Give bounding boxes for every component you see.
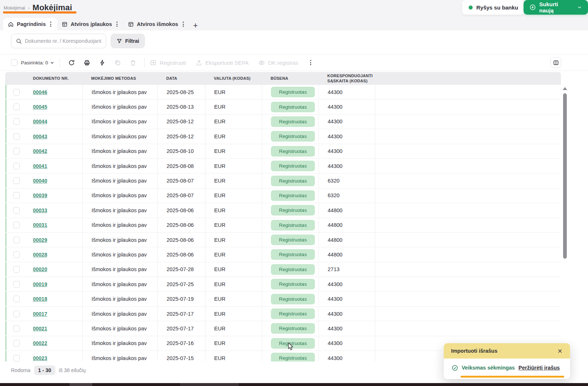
row-checkbox[interactable] [13, 207, 20, 214]
table-row: 00039Išmokos ir įplaukos pav2025-08-07EU… [5, 188, 561, 203]
row-checkbox[interactable] [13, 266, 20, 273]
cell-account: 44300 [319, 100, 375, 114]
cell-c4: EUR [205, 292, 262, 306]
copy-button [111, 56, 124, 69]
cell-c3: 2025-08-10 [157, 144, 205, 158]
document-link[interactable]: 00020 [33, 266, 47, 272]
tab-menu-icon[interactable] [181, 21, 185, 27]
cell-account: 44800 [319, 233, 375, 247]
divider [60, 58, 60, 67]
row-accent-stripe [5, 85, 7, 99]
refresh-button[interactable] [65, 56, 78, 69]
cell-c3: 2025-08-06 [157, 233, 205, 247]
document-link[interactable]: 00042 [33, 148, 47, 154]
row-checkbox[interactable] [13, 281, 20, 288]
document-link[interactable]: 00044 [33, 119, 47, 124]
view-records-link[interactable]: Peržiūrėti įrašus [518, 365, 560, 371]
row-accent-stripe [5, 129, 7, 143]
row-checkbox[interactable] [13, 89, 20, 95]
search-input[interactable] [25, 38, 101, 44]
column-header-date[interactable]: DATA [157, 76, 205, 81]
document-link[interactable]: 00041 [33, 163, 47, 169]
tab-atviros-iplaukos[interactable]: Atviros įplaukos [57, 18, 123, 30]
tab-pagrindinis[interactable]: Pagrindinis [3, 18, 57, 30]
row-checkbox[interactable] [13, 251, 20, 258]
row-checkbox[interactable] [13, 118, 20, 125]
row-checkbox[interactable] [13, 192, 20, 199]
document-link[interactable]: 00021 [33, 326, 47, 331]
cell-c3: 2025-07-15 [157, 351, 205, 361]
bulk-run-button[interactable] [96, 56, 108, 69]
filters-button[interactable]: Filtrai [111, 34, 145, 48]
toolbar-more-icon[interactable] [309, 59, 313, 66]
plus-circle-icon [529, 4, 536, 11]
layout-columns-button[interactable] [550, 57, 561, 68]
row-checkbox[interactable] [13, 163, 20, 169]
document-link[interactable]: 00023 [33, 355, 47, 361]
cell-c4: EUR [205, 351, 262, 361]
close-icon[interactable] [557, 348, 563, 354]
cell-c2: Išmokos ir įplaukos pav [82, 218, 157, 232]
tab-menu-icon[interactable] [49, 21, 53, 27]
cell-c2: Išmokos ir įplaukos pav [82, 351, 157, 361]
row-checkbox[interactable] [13, 355, 20, 361]
pagination-range[interactable]: 1 - 30 [34, 366, 55, 375]
column-header-currency[interactable]: VALIUTA (KODAS) [205, 76, 262, 81]
column-header-document-nr[interactable]: DOKUMENTO NR. [27, 76, 82, 81]
row-checkbox[interactable] [13, 222, 20, 228]
document-link[interactable]: 00039 [33, 192, 47, 198]
document-link[interactable]: 00018 [33, 296, 47, 302]
table-header: DOKUMENTO NR. MOKĖJIMO METODAS DATA VALI… [5, 72, 561, 85]
cell-c3: 2025-08-07 [157, 173, 205, 188]
tab-menu-icon[interactable] [115, 21, 119, 27]
column-header-method[interactable]: MOKĖJIMO METODAS [82, 76, 157, 81]
document-link[interactable]: 00028 [33, 252, 47, 258]
row-checkbox[interactable] [13, 325, 20, 332]
delete-button [127, 56, 139, 69]
document-link[interactable]: 00040 [33, 178, 47, 184]
cell-c4: EUR [205, 115, 262, 129]
cell-c4: EUR [205, 144, 262, 158]
cell-c4: EUR [205, 321, 262, 336]
status-badge: Registruotas [271, 279, 315, 289]
table-body: 00046Išmokos ir įplaukos pav2025-08-25EU… [5, 85, 561, 361]
trash-icon [130, 59, 137, 66]
bank-connection-button[interactable]: Ryšys su banku [462, 0, 525, 15]
document-link[interactable]: 00017 [33, 311, 47, 317]
add-tab-button[interactable]: + [190, 21, 202, 30]
document-link[interactable]: 00022 [33, 340, 47, 346]
status-badge: Registruotas [271, 264, 315, 275]
print-button[interactable] [81, 56, 93, 69]
row-checkbox[interactable] [13, 133, 20, 140]
row-checkbox[interactable] [13, 177, 20, 184]
tab-atviros-ismokos[interactable]: Atviros išmokos [123, 18, 190, 30]
cell-account: 44300 [319, 144, 375, 158]
document-link[interactable]: 00033 [33, 207, 47, 213]
status-badge: Registruotas [271, 235, 315, 245]
document-link[interactable]: 00045 [33, 104, 47, 110]
row-checkbox[interactable] [13, 296, 20, 302]
chevron-down-icon[interactable] [50, 60, 55, 65]
document-link[interactable]: 00031 [33, 222, 47, 228]
row-checkbox[interactable] [13, 104, 20, 110]
cell-c3: 2025-08-12 [157, 129, 205, 143]
select-all-checkbox[interactable] [11, 59, 18, 66]
column-header-status[interactable]: BŪSENA [262, 76, 319, 81]
column-header-account[interactable]: KORESPONDUOJANTI SĄSKAITA (KODAS) [319, 74, 375, 84]
create-new-button[interactable]: Sukurti naują [524, 0, 588, 15]
row-checkbox[interactable] [13, 237, 20, 243]
document-link[interactable]: 00019 [33, 281, 47, 287]
cell-c4: EUR [205, 262, 262, 277]
scrollbar-up-arrow[interactable] [563, 87, 567, 90]
document-link[interactable]: 00043 [33, 134, 47, 139]
row-checkbox[interactable] [13, 311, 20, 317]
document-link[interactable]: 00029 [33, 237, 47, 243]
cell-empty [375, 100, 561, 114]
document-link[interactable]: 00046 [33, 89, 47, 95]
scrollbar-thumb[interactable] [563, 93, 567, 259]
row-checkbox[interactable] [13, 148, 20, 154]
row-accent-stripe [5, 336, 7, 350]
breadcrumb-parent[interactable]: Mokėjimai [4, 5, 25, 11]
status-badge: Registruotas [271, 176, 315, 186]
row-checkbox[interactable] [13, 340, 20, 346]
